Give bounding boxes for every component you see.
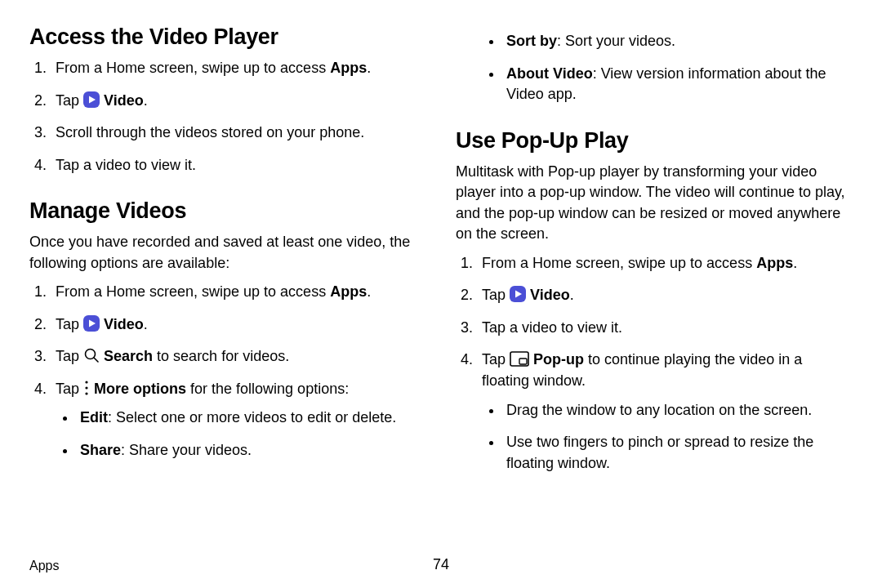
option-desc: : Select one or more videos to edit or d… xyxy=(108,409,396,425)
option-desc: : Sort your videos. xyxy=(557,33,675,49)
heading-access-video-player: Access the Video Player xyxy=(29,24,426,50)
manage-intro-text: Once you have recorded and saved at leas… xyxy=(29,232,426,274)
list-item: Tap Video. xyxy=(477,285,853,306)
svg-line-5 xyxy=(94,358,98,362)
two-column-layout: Access the Video Player From a Home scre… xyxy=(29,24,853,572)
step-text: to continue playing the video in a float… xyxy=(482,351,802,389)
svg-point-7 xyxy=(85,386,87,389)
heading-manage-videos: Manage Videos xyxy=(29,198,426,224)
more-options-list-continued: Sort by: Sort your videos. About Video: … xyxy=(456,31,853,105)
right-column: Sort by: Sort your videos. About Video: … xyxy=(456,24,853,572)
list-item: Tap a video to view it. xyxy=(477,318,853,339)
step-text: From a Home screen, swipe up to access xyxy=(56,60,330,76)
apps-label: Apps xyxy=(330,283,367,300)
more-options-list: Edit: Select one or more videos to edit … xyxy=(56,408,426,461)
step-text: Tap xyxy=(56,348,83,364)
step-text: Tap xyxy=(482,351,510,368)
option-name: About Video xyxy=(506,65,593,82)
search-icon xyxy=(83,347,100,363)
manual-page: Access the Video Player From a Home scre… xyxy=(0,0,882,588)
footer-page-number: 74 xyxy=(433,556,449,573)
heading-use-popup-play: Use Pop-Up Play xyxy=(456,128,853,154)
step-text: Tap xyxy=(56,316,83,332)
list-item: Scroll through the videos stored on your… xyxy=(51,122,426,144)
list-item: Tap More options for the following optio… xyxy=(51,379,426,461)
apps-label: Apps xyxy=(330,60,367,76)
option-name: Sort by xyxy=(506,33,557,49)
video-app-icon xyxy=(510,286,526,302)
step-text: Tap xyxy=(56,92,83,109)
list-item: Tap Pop-up to continue playing the video… xyxy=(477,350,853,474)
access-steps: From a Home screen, swipe up to access A… xyxy=(29,58,426,176)
step-text: . xyxy=(793,255,797,271)
apps-label: Apps xyxy=(756,255,793,271)
video-label: Video xyxy=(530,287,570,303)
video-app-icon xyxy=(83,315,100,332)
step-text: . xyxy=(144,92,148,109)
step-text: . xyxy=(144,316,148,332)
step-text: Tap xyxy=(482,287,510,303)
svg-point-8 xyxy=(85,392,87,394)
list-item: From a Home screen, swipe up to access A… xyxy=(51,58,426,79)
list-item: From a Home screen, swipe up to access A… xyxy=(477,253,853,274)
list-item: Tap Video. xyxy=(51,314,426,336)
video-app-icon xyxy=(83,91,100,108)
video-label: Video xyxy=(104,316,144,332)
popup-label: Pop-up xyxy=(533,351,584,368)
list-item: Tap Search to search for videos. xyxy=(51,346,426,368)
search-label: Search xyxy=(104,348,153,364)
list-item: Drag the window to any location on the s… xyxy=(503,400,853,421)
svg-rect-12 xyxy=(519,359,527,364)
step-text: to search for videos. xyxy=(153,348,289,364)
list-item: Share: Share your videos. xyxy=(77,440,426,461)
list-item: From a Home screen, swipe up to access A… xyxy=(51,282,426,303)
step-text: From a Home screen, swipe up to access xyxy=(482,255,756,271)
left-column: Access the Video Player From a Home scre… xyxy=(29,24,426,572)
list-item: About Video: View version information ab… xyxy=(503,64,853,105)
step-text: From a Home screen, swipe up to access xyxy=(56,283,330,300)
step-text: . xyxy=(367,283,371,300)
popup-window-icon xyxy=(510,351,529,367)
footer-section-name: Apps xyxy=(29,559,59,572)
step-text: for the following options: xyxy=(186,381,349,397)
popup-steps: From a Home screen, swipe up to access A… xyxy=(456,253,853,474)
option-name: Share xyxy=(80,442,121,458)
step-text: . xyxy=(570,287,574,303)
manage-steps: From a Home screen, swipe up to access A… xyxy=(29,282,426,461)
more-options-icon xyxy=(83,380,90,396)
list-item: Tap Video. xyxy=(51,91,426,112)
list-item: Sort by: Sort your videos. xyxy=(503,31,853,52)
step-text: . xyxy=(367,60,371,76)
list-item: Use two fingers to pinch or spread to re… xyxy=(503,432,853,474)
video-label: Video xyxy=(104,92,144,109)
more-options-label: More options xyxy=(94,381,186,397)
popup-intro-text: Multitask with Pop-up player by transfor… xyxy=(456,162,853,245)
option-name: Edit xyxy=(80,409,108,425)
list-item: Tap a video to view it. xyxy=(51,155,426,176)
list-item: Edit: Select one or more videos to edit … xyxy=(77,408,426,429)
popup-sub-list: Drag the window to any location on the s… xyxy=(482,400,853,474)
option-desc: : Share your videos. xyxy=(121,442,252,458)
svg-point-6 xyxy=(85,381,87,383)
step-text: Tap xyxy=(56,381,83,397)
